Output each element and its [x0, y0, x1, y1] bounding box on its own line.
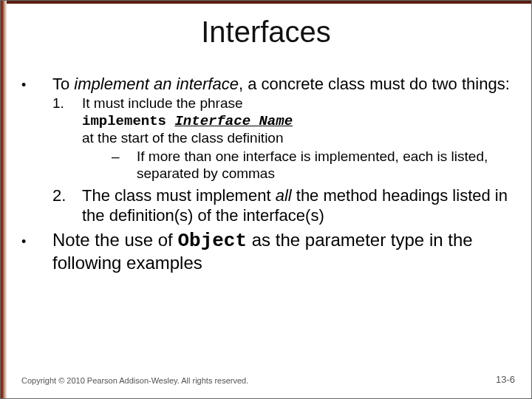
- item1-line3: at the start of the class definition: [82, 130, 515, 147]
- top-accent-stripe: [7, 1, 531, 4]
- item1-body: It must include the phrase implements In…: [82, 95, 515, 182]
- note-text: Note the use of Object as the parameter …: [52, 230, 515, 274]
- bullet-mark: •: [21, 75, 52, 94]
- page-number: 13-6: [496, 374, 515, 385]
- item1-number: 1.: [52, 95, 82, 182]
- left-accent-stripe: [1, 1, 7, 398]
- bullet-intro-text: To implement an interface, a concrete cl…: [52, 75, 510, 94]
- item1-line1: It must include the phrase: [82, 95, 515, 112]
- intro-em: implement an interface: [74, 75, 239, 93]
- item1-code-line: implements Interface_Name: [82, 112, 515, 130]
- intro-pre: To: [52, 75, 74, 93]
- note-pre: Note the use of: [52, 230, 177, 250]
- list-item-1: 1. It must include the phrase implements…: [52, 95, 515, 182]
- item2-pre: The class must implement: [82, 186, 276, 205]
- bullet-note: • Note the use of Object as the paramete…: [21, 230, 515, 274]
- item2-em: all: [276, 186, 292, 205]
- item1-subbullet: – If more than one interface is implemen…: [112, 149, 515, 183]
- code-interface-name: Interface_Name: [174, 113, 293, 129]
- list-item-2: 2. The class must implement all the meth…: [52, 186, 515, 225]
- intro-post: , a concrete class must do two things:: [239, 75, 510, 93]
- dash-mark: –: [112, 149, 137, 183]
- item2-number: 2.: [52, 186, 82, 225]
- code-implements: implements: [82, 113, 174, 129]
- item2-body: The class must implement all the method …: [82, 186, 515, 225]
- item1-sub-text: If more than one interface is implemente…: [137, 149, 515, 183]
- slide: Interfaces • To implement an interface, …: [0, 0, 532, 399]
- slide-title: Interfaces: [1, 16, 531, 49]
- note-code: Object: [177, 230, 247, 252]
- slide-body: • To implement an interface, a concrete …: [21, 75, 515, 274]
- copyright-text: Copyright © 2010 Pearson Addison-Wesley.…: [21, 376, 248, 385]
- bullet-intro: • To implement an interface, a concrete …: [21, 75, 515, 94]
- numbered-list: 1. It must include the phrase implements…: [52, 95, 515, 225]
- bullet-mark: •: [21, 230, 52, 274]
